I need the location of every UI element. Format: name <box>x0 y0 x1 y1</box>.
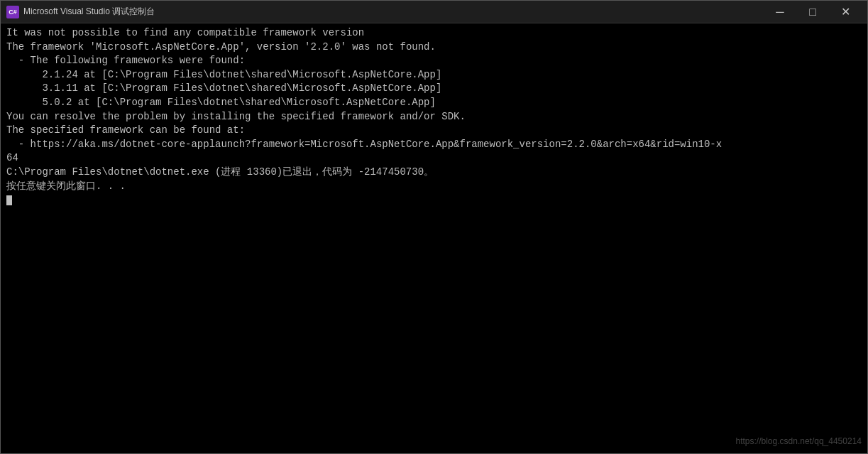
console-line: 64 <box>6 151 862 166</box>
console-line: The framework 'Microsoft.AspNetCore.App'… <box>6 40 862 55</box>
console-line: 5.0.2 at [C:\Program Files\dotnet\shared… <box>6 96 862 110</box>
console-output: It was not possible to find any compatib… <box>1 23 867 453</box>
close-button[interactable]: ✕ <box>829 1 862 23</box>
window: C# Microsoft Visual Studio 调试控制台 ─ □ ✕ I… <box>0 0 868 454</box>
cursor-blink <box>6 195 12 205</box>
minimize-button[interactable]: ─ <box>764 1 796 23</box>
console-line: - The following frameworks were found: <box>6 54 862 68</box>
maximize-button[interactable]: □ <box>796 1 829 23</box>
console-line: It was not possible to find any compatib… <box>6 26 862 40</box>
console-line: The specified framework can be found at: <box>6 124 862 138</box>
app-icon: C# <box>6 6 19 18</box>
window-controls: ─ □ ✕ <box>764 1 862 23</box>
console-line: - https://aka.ms/dotnet-core-applaunch?f… <box>6 138 862 152</box>
console-line: C:\Program Files\dotnet\dotnet.exe (进程 1… <box>6 166 862 180</box>
console-line: You can resolve the problem by installin… <box>6 110 862 124</box>
console-line: 3.1.11 at [C:\Program Files\dotnet\share… <box>6 82 862 96</box>
console-line: 2.1.24 at [C:\Program Files\dotnet\share… <box>6 68 862 82</box>
console-text: It was not possible to find any compatib… <box>6 26 862 193</box>
console-line: 按任意键关闭此窗口. . . <box>6 180 862 194</box>
watermark: https://blog.csdn.net/qq_4450214 <box>736 436 862 448</box>
title-bar: C# Microsoft Visual Studio 调试控制台 ─ □ ✕ <box>1 1 867 23</box>
window-title: Microsoft Visual Studio 调试控制台 <box>23 6 764 18</box>
